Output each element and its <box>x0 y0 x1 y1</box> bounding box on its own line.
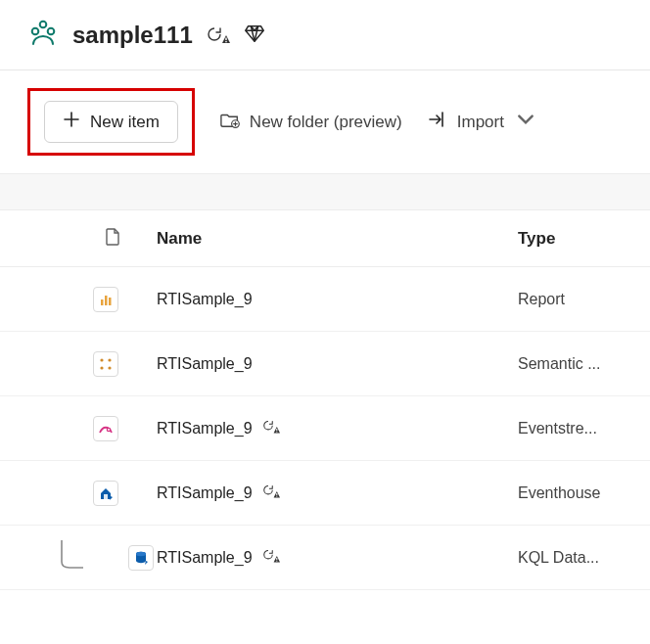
items-table: Name Type RTISample_9Report RTISample_9S… <box>0 210 650 590</box>
sync-warning-icon <box>262 483 282 503</box>
sync-warning-icon <box>262 419 282 438</box>
filter-band <box>0 173 650 210</box>
svg-rect-4 <box>225 41 226 42</box>
item-type: Eventhouse <box>518 484 650 502</box>
diamond-icon <box>244 23 265 47</box>
svg-rect-22 <box>276 557 277 559</box>
svg-point-9 <box>100 358 103 361</box>
new-folder-label: New folder (preview) <box>250 113 402 132</box>
eventhouse-icon <box>93 481 118 506</box>
svg-rect-3 <box>225 37 226 40</box>
workspace-title: sample111 <box>72 22 193 49</box>
import-label: Import <box>457 113 504 132</box>
col-header-type[interactable]: Type <box>518 229 650 249</box>
svg-rect-16 <box>276 431 277 432</box>
item-name[interactable]: RTISample_9 <box>157 484 253 502</box>
svg-point-11 <box>100 366 103 369</box>
new-folder-button[interactable]: New folder (preview) <box>220 110 402 134</box>
import-icon <box>428 110 447 134</box>
item-type: Report <box>518 291 650 308</box>
workspace-icon <box>27 18 59 52</box>
semantic-icon <box>93 351 118 377</box>
folder-plus-icon <box>220 110 240 134</box>
kqldb-icon <box>128 545 154 571</box>
table-row[interactable]: RTISample_9Semantic ... <box>0 332 650 396</box>
item-type: KQL Data... <box>518 549 650 567</box>
svg-rect-18 <box>276 492 277 494</box>
table-row[interactable]: RTISample_9 KQL Data... <box>0 526 650 590</box>
item-name[interactable]: RTISample_9 <box>157 549 253 567</box>
plus-icon <box>63 111 80 133</box>
svg-rect-15 <box>276 428 277 430</box>
new-item-button[interactable]: New item <box>44 101 178 143</box>
svg-rect-19 <box>276 495 277 496</box>
svg-point-12 <box>108 366 111 369</box>
eventstream-icon <box>93 416 118 441</box>
svg-point-0 <box>40 22 47 28</box>
tree-connector-icon <box>52 538 87 576</box>
item-name[interactable]: RTISample_9 <box>157 420 253 437</box>
svg-rect-17 <box>104 494 108 499</box>
item-name[interactable]: RTISample_9 <box>157 291 253 308</box>
svg-rect-7 <box>105 296 108 305</box>
svg-point-14 <box>108 429 110 431</box>
svg-point-1 <box>32 28 39 35</box>
workspace-header: sample111 <box>0 0 650 69</box>
table-header: Name Type <box>0 210 650 267</box>
svg-point-10 <box>108 358 111 361</box>
annotation-highlight: New item <box>27 88 195 156</box>
new-item-label: New item <box>90 113 160 132</box>
table-row[interactable]: RTISample_9 Eventhouse <box>0 461 650 526</box>
table-row[interactable]: RTISample_9Report <box>0 267 650 332</box>
svg-rect-6 <box>101 299 104 305</box>
item-name[interactable]: RTISample_9 <box>157 355 253 373</box>
svg-point-2 <box>48 28 55 35</box>
table-row[interactable]: RTISample_9 Eventstre... <box>0 396 650 461</box>
document-icon <box>105 228 120 249</box>
chevron-down-icon <box>516 110 535 134</box>
import-button[interactable]: Import <box>428 110 535 134</box>
item-type: Semantic ... <box>518 355 650 373</box>
toolbar: New item New folder (preview) Import <box>0 70 650 173</box>
svg-rect-23 <box>276 560 277 561</box>
report-icon <box>93 287 118 312</box>
sync-warning-icon <box>262 548 282 568</box>
svg-point-21 <box>136 551 146 555</box>
svg-rect-8 <box>109 298 112 305</box>
col-header-name[interactable]: Name <box>157 229 518 249</box>
item-type: Eventstre... <box>518 420 650 437</box>
sync-warning-icon <box>207 25 230 45</box>
